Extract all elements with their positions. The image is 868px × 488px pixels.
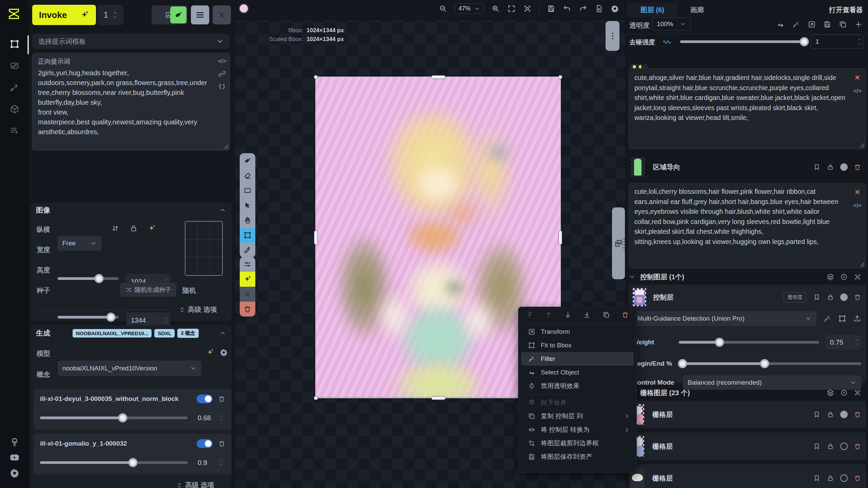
bookmark-icon[interactable] [813,163,821,171]
end-knob[interactable] [760,359,769,368]
model-select[interactable]: noobaiXLNAIXL_vPred10Version [58,361,201,376]
lora-weight-input[interactable]: 0.9 [193,455,225,470]
nav-workflows-tab[interactable] [6,79,23,96]
layers-icon[interactable] [827,273,834,281]
visibility-dot[interactable] [840,443,848,450]
stepper-arrows[interactable] [857,38,862,45]
control-layer-card[interactable]: 控制层 透明度 Multi-Guidance Detection (Union … [629,285,866,383]
layers-icon[interactable] [827,389,834,396]
lora-weight-slider[interactable] [40,461,188,464]
move-to-bottom-icon[interactable] [583,311,591,319]
frame-icon[interactable] [854,389,861,396]
queue-count-arrows[interactable] [113,11,117,19]
frame-icon[interactable] [854,273,861,281]
aspect-select[interactable]: Free [58,236,102,251]
pan-tool[interactable] [240,213,255,228]
regional-prompt-box-2[interactable]: cute,loli,cherry blossoms,hair flower,pi… [629,183,866,268]
visibility-dot[interactable] [840,163,848,171]
trash-icon[interactable] [218,395,225,403]
select-object-icon[interactable] [776,20,785,28]
fit-bbox-icon[interactable] [523,4,532,13]
tips-bulb-icon[interactable] [6,434,23,450]
code-icon[interactable]: </> [218,58,226,65]
chevron-down-icon[interactable] [629,273,635,280]
zoom-in-icon[interactable] [491,4,500,13]
move-up-icon[interactable] [545,311,552,319]
apply-sparkle-tool[interactable] [240,272,255,287]
lock-icon[interactable] [827,474,834,482]
move-to-top-icon[interactable] [526,311,533,319]
positive-prompt-text[interactable]: 2girls,yuri,hug,heads together, outdoors… [33,66,230,140]
randomize-seed-button[interactable]: 随机生成种子 [120,283,176,297]
tab-layers[interactable]: 图层 (6) [627,3,678,17]
lora-weight-slider[interactable] [40,416,188,419]
duplicate-icon[interactable] [603,311,610,319]
optimize-size-sparkle-icon[interactable] [148,224,156,232]
begin-end-slider[interactable] [679,362,861,365]
lock-icon[interactable] [827,411,834,418]
settings-gear-icon[interactable] [6,465,23,481]
bbox-corner-handle[interactable] [314,396,318,400]
trash-icon[interactable] [854,443,861,450]
menu-item-copy-control-layer-to[interactable]: 复制 控制层 到 [521,409,634,423]
regional-prompt-2-text[interactable]: cute,loli,cherry blossoms,hair flower,pi… [629,183,866,251]
nav-upscaling-tab[interactable] [6,58,23,74]
visibility-eye-icon[interactable] [840,273,848,281]
save-to-assets-icon[interactable] [595,4,603,13]
zoom-out-icon[interactable] [439,4,447,13]
bookmark-icon[interactable] [813,443,821,450]
filter-wand-icon[interactable] [823,314,831,323]
move-tool[interactable] [240,198,255,213]
menu-item-convert-control-layer[interactable]: 将 控制层 转换为 [521,423,634,436]
link-prompts-icon[interactable] [218,70,226,78]
cancel-tool[interactable] [240,287,255,302]
bbox-edge-handle[interactable] [314,230,318,245]
braces-icon[interactable]: { } [219,83,225,90]
generation-advanced-options[interactable]: 高级 选项 [176,481,214,488]
raster-layer-row[interactable]: 栅格层 [629,432,866,460]
resize-handle[interactable] [859,261,864,267]
save-layer-icon[interactable] [823,20,831,28]
youtube-icon[interactable] [6,449,23,466]
collapse-icon[interactable] [219,330,226,337]
move-down-icon[interactable] [564,311,572,319]
lock-aspect-icon[interactable] [130,224,138,232]
filter-settings-tool[interactable] [240,257,255,272]
layer-thumbnail[interactable] [631,157,645,177]
zoom-level-dropdown[interactable]: 47% [455,3,484,14]
nav-models-tab[interactable] [6,101,23,117]
model-settings-gear-icon[interactable] [220,348,228,357]
code-icon[interactable]: </> [853,88,862,95]
layer-thumbnail[interactable] [633,288,646,306]
undo-icon[interactable] [563,4,571,13]
invoke-button[interactable]: Invoke [32,5,96,25]
add-layer-plus-icon[interactable] [854,20,863,28]
height-slider[interactable] [58,316,119,319]
redo-icon[interactable] [579,4,587,13]
queue-count-stepper[interactable]: 1 [98,5,123,25]
bookmark-icon[interactable] [813,411,821,418]
regional-guidance-layer-row[interactable]: 区域导向 [629,153,866,181]
bbox-tool[interactable] [240,228,255,243]
begin-knob[interactable] [678,359,687,368]
lora-enabled-toggle[interactable] [197,394,213,403]
color-picker-tool[interactable] [240,243,255,258]
open-viewer-link[interactable]: 打开查看器 [829,3,863,17]
staging-menu-button[interactable] [606,21,619,51]
regional-prompt-1-text[interactable]: cute,ahoge,silver hair,blue hair,gradien… [629,69,866,127]
prompt-template-selector[interactable]: 选择提示词模板 [32,34,230,49]
save-canvas-icon[interactable] [547,4,555,13]
resize-handle[interactable] [223,143,228,149]
image-advanced-options[interactable]: 高级 选项 [179,305,217,314]
code-icon[interactable]: </> [853,202,862,209]
trash-icon[interactable] [854,163,861,171]
stepper-arrows[interactable] [164,317,168,324]
collapse-icon[interactable] [219,207,226,214]
brush-mode-button[interactable] [170,6,186,23]
bbox-edge-handle[interactable] [558,230,562,245]
lock-icon[interactable] [827,293,834,301]
delete-tool[interactable] [240,302,255,317]
upload-icon[interactable] [853,314,861,323]
trash-icon[interactable] [854,474,861,482]
brush-tool[interactable] [240,153,255,168]
